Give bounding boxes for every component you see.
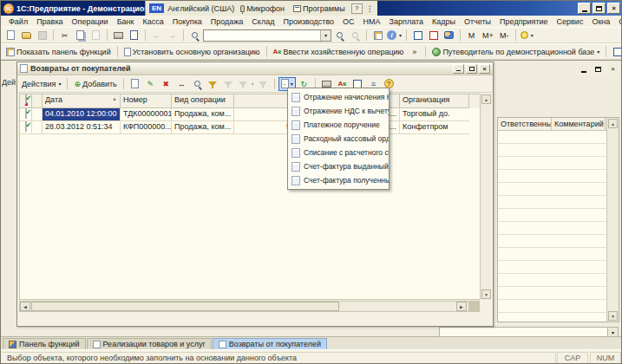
menu-item[interactable]: Файл — [4, 17, 32, 26]
menu-option[interactable]: Счет-фактура полученный — [288, 173, 389, 187]
cell-date[interactable]: 28.03.2012 0:51:34 — [43, 121, 121, 134]
close-button[interactable]: × — [607, 3, 620, 14]
menu-option[interactable]: Отражение НДС к вычету — [288, 104, 389, 118]
microphone-button[interactable]: Микрофон — [238, 4, 287, 13]
minimize-button[interactable] — [578, 3, 591, 14]
delete-button[interactable]: ✖ — [159, 77, 174, 91]
scroll-right-icon[interactable]: ▶ — [456, 302, 467, 311]
table-row[interactable]: 04.01.2010 12:00:00 ТДК00000001 Продажа,… — [20, 108, 490, 121]
menu-option[interactable]: Расходный кассовый ордер — [288, 132, 389, 146]
cut-button[interactable]: ✂ — [57, 29, 72, 42]
scroll-down-icon[interactable]: ▼ — [481, 289, 491, 299]
language-code-badge[interactable]: EN — [149, 3, 164, 13]
enter-business-operation-button[interactable]: Ак Ввести хозяйственную операцию — [271, 45, 407, 59]
menu-item[interactable]: Правка — [32, 17, 67, 26]
back-button[interactable]: ← — [149, 29, 164, 42]
column-number[interactable]: Номер — [121, 94, 172, 108]
search-in-list-button[interactable] — [190, 77, 205, 91]
menu-item[interactable]: Продажа — [206, 17, 248, 26]
menu-item[interactable]: Окна — [587, 17, 614, 26]
returns-table-vscrollbar[interactable]: ▲ ▼ — [480, 94, 491, 300]
info-button[interactable]: i▾ — [386, 29, 403, 42]
filter-button[interactable] — [221, 77, 236, 91]
cell-organization[interactable]: Конфетпром — [400, 121, 469, 134]
demo-guide-button[interactable]: Путеводитель по демонстрационной базе ▾ — [429, 45, 602, 59]
menu-item[interactable]: Банк — [113, 17, 139, 26]
menu-item[interactable]: НМА — [359, 17, 385, 26]
clear-filter-button[interactable] — [256, 77, 271, 91]
column-organization[interactable]: Организация — [400, 94, 469, 108]
menu-item[interactable]: Склад — [247, 17, 278, 26]
new-button[interactable] — [3, 29, 18, 42]
menu-item[interactable]: Зарплата — [385, 17, 428, 26]
scroll-up-icon[interactable]: ▲ — [608, 119, 618, 128]
print-button[interactable] — [111, 29, 126, 42]
restore-button[interactable] — [593, 3, 606, 14]
show-function-panel-button[interactable]: Показать панель функций — [3, 45, 114, 59]
bg-window-restore-button[interactable] — [592, 63, 605, 75]
find-next-button[interactable] — [332, 29, 347, 42]
window-list-button[interactable] — [370, 29, 385, 42]
menu-item[interactable]: ОС — [338, 17, 359, 26]
menu-option[interactable]: Списание с расчетного счета — [288, 146, 389, 159]
menu-item[interactable]: Производство — [278, 17, 338, 26]
bg-column-comment[interactable]: Комментарий — [552, 118, 606, 130]
menu-item[interactable]: Операции — [68, 17, 113, 26]
menu-item[interactable]: Сервис — [553, 17, 588, 26]
menu-option[interactable]: Отражение начисления НДС — [288, 90, 389, 104]
cell-operation[interactable]: Продажа, ком... — [172, 121, 234, 134]
returns-close-button[interactable]: × — [479, 64, 490, 74]
search-dropdown-icon[interactable]: ▾ — [320, 30, 331, 41]
column-date[interactable]: Дата▲ — [43, 94, 121, 108]
add-button[interactable]: ⊕Добавить — [71, 77, 119, 91]
hscroll-thumb[interactable] — [31, 302, 339, 311]
cell-organization[interactable]: Торговый до. — [400, 108, 469, 121]
bg-window-close-button[interactable]: × — [606, 63, 619, 75]
tip-button[interactable]: ▾ — [520, 29, 534, 42]
langbar-options-icon[interactable]: ⋮ — [366, 4, 374, 13]
window-tab[interactable]: Реализации товаров и услуг — [87, 338, 212, 349]
menu-item[interactable]: Покупка — [168, 17, 206, 26]
langbar-help-button[interactable]: ? — [351, 3, 363, 14]
toolbar-overflow-chevron[interactable]: » — [407, 45, 422, 59]
memory-plus-button[interactable]: M+ — [480, 29, 496, 42]
bg-window-actions-clipped[interactable]: Действия — [2, 78, 16, 88]
returns-maximize-button[interactable] — [466, 64, 477, 74]
copy-row-button[interactable] — [128, 77, 142, 91]
returns-table-hscrollbar[interactable]: ◀ ▶ — [19, 301, 480, 312]
scroll-up-icon[interactable]: ▲ — [481, 94, 491, 104]
window-tab[interactable]: Возвраты от покупателей — [213, 338, 327, 349]
users-button[interactable] — [442, 29, 456, 42]
menu-option[interactable]: Счет-фактура выданный — [288, 159, 389, 173]
memory-button[interactable]: M — [464, 29, 479, 42]
calc-button[interactable] — [410, 29, 425, 42]
report-1-button[interactable] — [610, 45, 622, 59]
forward-button[interactable]: → — [165, 29, 180, 42]
edit-button[interactable]: ✎ — [143, 77, 158, 91]
returns-minimize-button[interactable] — [453, 64, 464, 74]
calendar-button[interactable] — [426, 29, 441, 42]
menu-item[interactable]: Касса — [138, 17, 167, 26]
bg-column-responsible[interactable]: Ответственный — [498, 118, 552, 130]
menu-item[interactable]: Отчеты — [460, 17, 495, 26]
bg-table-vscrollbar[interactable]: ▲ ▼ — [606, 118, 619, 322]
menu-option[interactable]: Платежное поручение — [288, 118, 389, 132]
menu-item[interactable]: Справка — [614, 17, 622, 26]
bg-window-minimize-button[interactable] — [577, 63, 590, 75]
programs-button[interactable]: Программы — [291, 4, 348, 13]
filter-by-value-button[interactable]: ▾ — [237, 77, 255, 91]
memory-minus-button[interactable]: M- — [497, 29, 512, 42]
returns-window-titlebar[interactable]: Возвраты от покупателей × — [17, 62, 493, 75]
set-interval-button[interactable]: ↔ — [174, 77, 189, 91]
menu-item[interactable]: Кадры — [428, 17, 460, 26]
table-row[interactable]: 28.03.2012 0:51:34 КФП000000... Продажа,… — [20, 121, 490, 134]
cell-number[interactable]: ТДК00000001 — [121, 108, 172, 121]
language-name[interactable]: Английский (США) — [167, 4, 234, 13]
find-prev-button[interactable] — [348, 29, 363, 42]
paste-button[interactable] — [88, 29, 103, 42]
column-operation[interactable]: Вид операции — [172, 94, 234, 108]
copy-button[interactable] — [73, 29, 88, 42]
find-button[interactable] — [187, 29, 202, 42]
scroll-down-icon[interactable]: ▼ — [608, 311, 618, 321]
set-main-organization-button[interactable]: Установить основную организацию — [121, 45, 263, 59]
